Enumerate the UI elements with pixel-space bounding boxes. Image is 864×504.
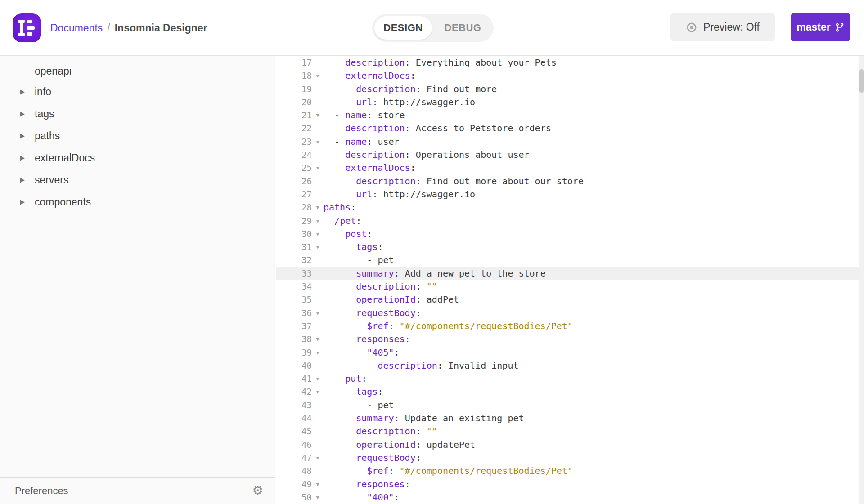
tree-arrow-icon[interactable] bbox=[20, 112, 25, 117]
fold-arrow-icon[interactable]: ▾ bbox=[312, 227, 324, 241]
sidebar-item-label: info bbox=[35, 86, 51, 98]
line-number: 37 bbox=[276, 320, 312, 333]
sidebar-item-servers[interactable]: servers bbox=[0, 169, 275, 191]
code-text[interactable]: paths: bbox=[324, 201, 864, 214]
branch-button[interactable]: master bbox=[791, 13, 850, 41]
fold-arrow-icon[interactable]: ▾ bbox=[312, 451, 324, 464]
code-line: 17 description: Everything about your Pe… bbox=[276, 56, 864, 69]
sidebar-item-tags[interactable]: tags bbox=[0, 103, 275, 125]
line-number: 23 bbox=[276, 135, 312, 148]
code-line: 48 $ref: "#/components/requestBodies/Pet… bbox=[276, 464, 864, 477]
sidebar-item-paths[interactable]: paths bbox=[0, 125, 275, 147]
preferences-button[interactable]: Preferences bbox=[15, 485, 68, 497]
line-number: 25 bbox=[276, 161, 312, 174]
breadcrumb-documents-link[interactable]: Documents bbox=[50, 22, 103, 34]
fold-arrow-icon[interactable]: ▾ bbox=[312, 109, 324, 122]
fold-arrow-icon[interactable]: ▾ bbox=[312, 214, 324, 227]
code-line: 24 description: Operations about user bbox=[276, 148, 864, 161]
code-text[interactable]: post: bbox=[324, 227, 864, 241]
fold-arrow-icon[interactable]: ▾ bbox=[312, 241, 324, 254]
code-text[interactable]: summary: Add a new pet to the store bbox=[324, 267, 864, 280]
line-number: 33 bbox=[276, 267, 312, 280]
fold-arrow-icon[interactable]: ▾ bbox=[312, 69, 324, 82]
line-number: 43 bbox=[276, 399, 312, 412]
fold-arrow-icon[interactable]: ▾ bbox=[312, 478, 324, 491]
sidebar-item-label: externalDocs bbox=[35, 152, 95, 164]
fold-arrow-icon[interactable]: ▾ bbox=[312, 201, 324, 214]
scrollbar-thumb[interactable] bbox=[860, 69, 864, 93]
code-text[interactable]: description: Find out more about our sto… bbox=[324, 175, 864, 188]
code-text[interactable]: requestBody: bbox=[324, 307, 864, 320]
tree-arrow-icon[interactable] bbox=[20, 134, 25, 139]
fold-arrow-icon[interactable]: ▾ bbox=[312, 385, 324, 398]
sidebar-item-label: tags bbox=[35, 108, 54, 120]
sidebar-item-openapi[interactable]: openapi bbox=[0, 61, 275, 81]
code-text[interactable]: tags: bbox=[324, 241, 864, 254]
code-text[interactable]: /pet: bbox=[324, 214, 864, 227]
code-text[interactable]: operationId: updatePet bbox=[324, 438, 864, 451]
code-text[interactable]: - pet bbox=[324, 254, 864, 267]
code-text[interactable]: description: Operations about user bbox=[324, 148, 864, 161]
code-text[interactable]: responses: bbox=[324, 478, 864, 491]
code-text[interactable]: externalDocs: bbox=[324, 69, 864, 82]
code-line: 30▾ post: bbox=[276, 227, 864, 241]
code-text[interactable]: "405": bbox=[324, 346, 864, 359]
fold-arrow-icon[interactable]: ▾ bbox=[312, 307, 324, 320]
tree-arrow-icon[interactable] bbox=[20, 178, 25, 183]
fold-arrow-icon[interactable]: ▾ bbox=[312, 372, 324, 385]
code-text[interactable]: description: Everything about your Pets bbox=[324, 56, 864, 69]
fold-gutter bbox=[312, 412, 324, 425]
code-text[interactable]: - pet bbox=[324, 399, 864, 412]
gear-icon[interactable]: ⚙ bbox=[252, 483, 263, 497]
code-text[interactable]: url: http://swagger.io bbox=[324, 188, 864, 201]
code-text[interactable]: tags: bbox=[324, 385, 864, 398]
code-text[interactable]: description: Find out more bbox=[324, 83, 864, 96]
fold-arrow-icon[interactable]: ▾ bbox=[312, 161, 324, 174]
line-number: 38 bbox=[276, 333, 312, 346]
code-text[interactable]: $ref: "#/components/requestBodies/Pet" bbox=[324, 464, 864, 477]
code-text[interactable]: externalDocs: bbox=[324, 161, 864, 174]
sidebar-item-components[interactable]: components bbox=[0, 191, 275, 213]
tree-arrow-icon[interactable] bbox=[20, 200, 25, 205]
code-line: 45 description: "" bbox=[276, 425, 864, 438]
tree-arrow-icon[interactable] bbox=[20, 156, 25, 161]
code-text[interactable]: "400": bbox=[324, 491, 864, 504]
code-text[interactable]: url: http://swagger.io bbox=[324, 96, 864, 109]
code-line: 33 summary: Add a new pet to the store bbox=[276, 267, 864, 280]
line-number: 32 bbox=[276, 254, 312, 267]
line-number: 24 bbox=[276, 148, 312, 161]
insomnia-logo[interactable] bbox=[13, 13, 41, 42]
code-editor[interactable]: 17 description: Everything about your Pe… bbox=[276, 56, 864, 504]
code-text[interactable]: requestBody: bbox=[324, 451, 864, 464]
fold-arrow-icon[interactable]: ▾ bbox=[312, 333, 324, 346]
editor-scrollbar[interactable] bbox=[859, 56, 864, 504]
code-text[interactable]: put: bbox=[324, 372, 864, 385]
line-number: 50 bbox=[276, 491, 312, 504]
line-number: 48 bbox=[276, 464, 312, 477]
line-number: 47 bbox=[276, 451, 312, 464]
fold-arrow-icon[interactable]: ▾ bbox=[312, 346, 324, 359]
fold-gutter bbox=[312, 148, 324, 161]
code-text[interactable]: - name: store bbox=[324, 109, 864, 122]
preview-button[interactable]: Preview: Off bbox=[670, 13, 775, 41]
code-text[interactable]: description: "" bbox=[324, 280, 864, 293]
code-text[interactable]: summary: Update an existing pet bbox=[324, 412, 864, 425]
code-line: 50▾ "400": bbox=[276, 491, 864, 504]
fold-gutter bbox=[312, 267, 324, 280]
code-text[interactable]: operationId: addPet bbox=[324, 293, 864, 306]
tree-arrow-icon[interactable] bbox=[20, 89, 25, 95]
code-text[interactable]: description: Invalid input bbox=[324, 359, 864, 372]
fold-arrow-icon[interactable]: ▾ bbox=[312, 491, 324, 504]
sidebar-item-info[interactable]: info bbox=[0, 81, 275, 103]
code-text[interactable]: $ref: "#/components/requestBodies/Pet" bbox=[324, 320, 864, 333]
code-text[interactable]: description: "" bbox=[324, 425, 864, 438]
code-line: 38▾ responses: bbox=[276, 333, 864, 346]
code-line: 26 description: Find out more about our … bbox=[276, 175, 864, 188]
code-text[interactable]: description: Access to Petstore orders bbox=[324, 122, 864, 135]
fold-arrow-icon[interactable]: ▾ bbox=[312, 135, 324, 148]
tab-debug[interactable]: DEBUG bbox=[432, 14, 494, 42]
sidebar-item-externalDocs[interactable]: externalDocs bbox=[0, 147, 275, 169]
tab-design[interactable]: DESIGN bbox=[374, 16, 432, 40]
code-text[interactable]: - name: user bbox=[324, 135, 864, 148]
code-text[interactable]: responses: bbox=[324, 333, 864, 346]
